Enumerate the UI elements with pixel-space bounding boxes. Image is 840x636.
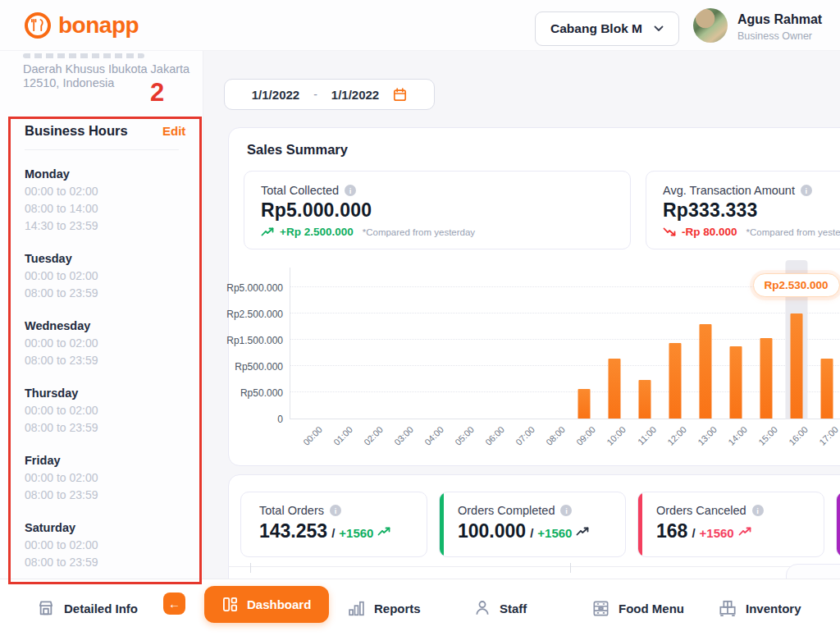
sales-bar[interactable] [729, 346, 742, 419]
scrollbar-tick [250, 563, 251, 573]
nav-item-label: Reports [374, 602, 421, 615]
x-axis-tick-label: 13:00 [696, 424, 719, 447]
nav-item-label: Food Menu [619, 602, 684, 615]
app-header: bonapp Cabang Blok M Agus Rahmat Busines… [0, 0, 840, 51]
business-hours-day: Saturday00:00 to 02:0008:00 to 23:59 [25, 519, 189, 571]
chart-y-axis: 0Rp50.000Rp500.000Rp1.500.000Rp2.500.000… [229, 268, 283, 419]
date-range-picker[interactable]: 1/1/2022 - 1/1/2022 [224, 79, 435, 110]
day-hours-range: 08:00 to 23:59 [25, 554, 189, 571]
next-section-card-peek [786, 564, 840, 579]
info-icon[interactable] [801, 185, 812, 196]
sales-bar[interactable] [578, 389, 590, 419]
x-axis-tick-label: 06:00 [483, 424, 506, 447]
info-icon[interactable] [560, 505, 572, 516]
y-axis-tick-label: Rp1.500.000 [226, 335, 283, 346]
business-hours-list: Monday00:00 to 02:0008:00 to 14:0014:30 … [25, 166, 189, 587]
nav-item-reports[interactable]: Reports [348, 579, 421, 636]
chart-bar-slot[interactable]: 05:00 [447, 268, 477, 419]
y-axis-tick-label: 0 [277, 414, 283, 425]
chart-bar-slot[interactable]: 00:00 [295, 268, 326, 419]
metric-card: Avg. Transaction Amount Rp333.333 -Rp 80… [646, 171, 840, 249]
sales-summary-title: Sales Summary [247, 142, 348, 158]
stat-separator: / [692, 526, 695, 540]
day-name: Thursday [25, 385, 189, 402]
nav-item-staff[interactable]: Staff [474, 579, 527, 636]
nav-item-label: Detailed Info [64, 602, 138, 615]
x-axis-tick-label: 10:00 [605, 424, 628, 447]
stat-value: 143.253 [259, 520, 327, 542]
business-hours-edit-link[interactable]: Edit [162, 124, 185, 138]
sales-bar[interactable] [669, 343, 681, 419]
day-hours-range: 00:00 to 02:00 [25, 402, 189, 419]
sales-bar[interactable] [638, 380, 651, 419]
metric-delta: -Rp 80.000 [682, 226, 737, 238]
info-icon[interactable] [330, 505, 341, 516]
x-axis-tick-label: 02:00 [362, 424, 385, 447]
sidebar: Daerah Khusus Ibukota Jakarta 12510, Ind… [0, 51, 203, 579]
branch-selector[interactable]: Cabang Blok M [535, 11, 679, 46]
food-menu-icon [592, 600, 609, 617]
stat-label: Orders Canceled [656, 504, 807, 517]
nav-item-food-menu[interactable]: Food Menu [592, 579, 684, 636]
chart-bar-slot[interactable]: 04:00 [417, 268, 447, 419]
sidebar-collapse-button[interactable]: ← [163, 593, 185, 615]
day-hours-range: 00:00 to 02:00 [25, 469, 189, 487]
info-icon[interactable] [345, 185, 356, 196]
main-content: 1/1/2022 - 1/1/2022 Sales Summary Total … [203, 51, 840, 579]
annotation-number: 2 [150, 78, 164, 108]
metric-value: Rp5.000.000 [261, 199, 614, 222]
chart-bars: 00:0001:0002:0003:0004:0005:0006:0007:00… [290, 268, 840, 419]
day-name: Wednesday [25, 318, 189, 335]
stat-label: Total Orders [259, 504, 410, 517]
info-icon[interactable] [752, 505, 764, 516]
bonapp-logo-icon [23, 11, 52, 40]
chart-bar-slot[interactable]: 01:00 [326, 268, 356, 419]
chart-bar-slot[interactable]: 07:00 [508, 268, 538, 419]
user-role: Business Owner [737, 30, 812, 42]
chart-bar-slot[interactable]: 14:00 [720, 268, 751, 419]
nav-item-dashboard[interactable]: Dashboard [204, 586, 329, 623]
metric-delta: +Rp 2.500.000 [280, 226, 354, 238]
trend-up-icon [576, 527, 590, 536]
chart-bar-slot[interactable]: 03:00 [386, 268, 417, 419]
order-stat-card: Total Orders 143.253 / +1560 [240, 492, 427, 557]
chart-plot: 00:0001:0002:0003:0004:0005:0006:0007:00… [290, 268, 840, 419]
calendar-icon[interactable] [393, 88, 407, 102]
x-axis-tick-label: 17:00 [817, 424, 840, 447]
chart-bar-slot[interactable]: 13:00 [690, 268, 720, 419]
avatar[interactable] [693, 8, 728, 43]
chart-tooltip: Rp2.530.000 [752, 273, 839, 297]
sales-bar[interactable] [699, 324, 711, 419]
bonapp-logo: bonapp [23, 11, 139, 40]
chevron-down-icon [654, 25, 664, 32]
business-hours-day: Friday00:00 to 02:0008:00 to 23:59 [25, 452, 189, 504]
arrow-left-icon: ← [168, 597, 180, 611]
trend-up-icon [261, 227, 275, 236]
bottom-navigation: Detailed Info Dashboard Reports Staff Fo… [0, 579, 840, 636]
chart-bar-slot[interactable]: 02:00 [356, 268, 386, 419]
clipped-address-line [23, 53, 144, 58]
chart-bar-slot[interactable]: 09:00 [568, 268, 599, 419]
chart-bar-slot[interactable]: 12:00 [660, 268, 690, 419]
chart-bar-slot[interactable]: 08:00 [538, 268, 568, 419]
nav-item-detailed-info[interactable]: Detailed Info [37, 579, 138, 636]
date-range-start: 1/1/2022 [252, 88, 299, 102]
chart-bar-slot[interactable]: 10:00 [599, 268, 629, 419]
sales-bar[interactable] [820, 359, 833, 419]
chart-bar-slot[interactable]: 11:00 [629, 268, 660, 419]
order-stat-card: Orders Canceled 168 / +1560 [637, 492, 824, 557]
sales-bar[interactable] [608, 359, 620, 419]
accent-stripe [440, 492, 444, 556]
stat-separator: / [331, 526, 335, 540]
user-name: Agus Rahmat [737, 12, 822, 27]
x-axis-tick-label: 03:00 [392, 424, 415, 447]
day-hours-range: 14:30 to 23:59 [25, 217, 189, 235]
chart-bar-slot[interactable]: 16:00Rp2.530.000 [781, 268, 811, 419]
sales-bar[interactable] [760, 338, 772, 419]
sales-bar[interactable] [790, 313, 802, 419]
trend-down-icon [663, 227, 677, 236]
business-hours-day: Thursday00:00 to 02:0008:00 to 23:59 [25, 385, 189, 437]
metric-card: Total Collected Rp5.000.000 +Rp 2.500.00… [244, 171, 631, 249]
chart-bar-slot[interactable]: 06:00 [477, 268, 508, 419]
nav-item-inventory[interactable]: Inventory [719, 579, 801, 636]
